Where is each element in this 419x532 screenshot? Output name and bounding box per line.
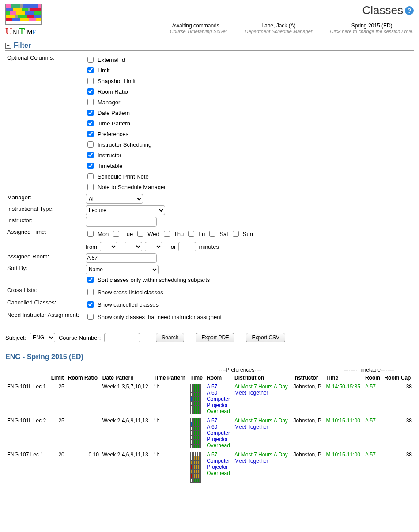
session-info[interactable]: Spring 2015 (ED) Click here to change th…	[330, 23, 414, 34]
room-pref[interactable]: A 60	[207, 390, 231, 396]
col-tt-time[interactable]: Time	[324, 374, 363, 382]
time-pref-cell[interactable]	[189, 416, 205, 450]
class-cell[interactable]: ENG 101L Lec 1	[5, 382, 49, 416]
table-row[interactable]: ENG 107 Lec 1 20 0.10 Week 2,4,6,9,11,13…	[5, 450, 414, 484]
minutes-input[interactable]	[178, 242, 196, 251]
course-number-input[interactable]	[104, 333, 140, 342]
room-pref[interactable]: Computer	[207, 430, 231, 436]
table-row[interactable]: ENG 101L Lec 2 25 Week 2,4,6,9,11,13 1h …	[5, 416, 414, 450]
col-room-cap[interactable]: Room Cap	[382, 374, 414, 382]
dist-pref[interactable]: Meet Together	[234, 424, 290, 430]
user-info[interactable]: Lane, Jack (A) Department Schedule Manag…	[245, 23, 313, 34]
room-pref[interactable]: Overhead	[207, 442, 231, 448]
need-instr-checkbox[interactable]	[87, 314, 94, 320]
col-instructor[interactable]: Instructor	[291, 374, 324, 382]
day-fri-checkbox[interactable]	[188, 231, 194, 237]
tt-room-cell[interactable]: A 57	[363, 450, 383, 484]
room-pref[interactable]: Computer	[207, 396, 231, 402]
optcol-6-label: Time Pattern	[98, 120, 130, 127]
day-mon-checkbox[interactable]	[87, 231, 94, 237]
solver-status[interactable]: Awaiting commands ... Course Timetabling…	[170, 23, 227, 34]
optcol-1-checkbox[interactable]	[87, 67, 94, 73]
instructor-cell[interactable]: Johnston, P	[291, 382, 324, 416]
dist-pref[interactable]: At Most 7 Hours A Day	[234, 452, 290, 458]
export-csv-button[interactable]: Export CSV	[246, 333, 285, 342]
itype-select[interactable]: Lecture	[86, 205, 165, 215]
sort-by-select[interactable]: Name	[86, 265, 159, 274]
instructor-cell[interactable]: Johnston, P	[291, 450, 324, 484]
day-thu-checkbox[interactable]	[164, 231, 170, 237]
col-limit[interactable]: Limit	[49, 374, 66, 382]
class-cell[interactable]: ENG 101L Lec 2	[5, 416, 49, 450]
cancelled-checkbox[interactable]	[87, 301, 94, 308]
sort-within-checkbox[interactable]	[87, 277, 94, 283]
dist-pref[interactable]: Meet Together	[234, 458, 290, 464]
room-pref[interactable]: Overhead	[207, 408, 231, 414]
time-pref-cell[interactable]	[189, 450, 205, 484]
assigned-room-input[interactable]	[86, 253, 157, 263]
room-pref[interactable]: A 60	[207, 424, 231, 430]
day-sat-checkbox[interactable]	[209, 231, 215, 237]
class-cell[interactable]: ENG 107 Lec 1	[5, 450, 49, 484]
col-time[interactable]: Time	[189, 374, 205, 382]
optcol-0-checkbox[interactable]	[87, 57, 94, 63]
optcol-2-checkbox[interactable]	[87, 78, 94, 84]
room-pref[interactable]: Projector	[207, 464, 231, 470]
day-sun-checkbox[interactable]	[233, 231, 239, 237]
tt-time-cell[interactable]: M 10:15-11:00	[324, 450, 363, 484]
cross-lists-checkbox[interactable]	[87, 289, 94, 295]
optcol-8-checkbox[interactable]	[87, 141, 94, 148]
col-room-ratio[interactable]: Room Ratio	[66, 374, 101, 382]
tt-room-cell[interactable]: A 57	[363, 382, 383, 416]
logo[interactable]: UNITIME	[5, 4, 45, 37]
from-ampm-select[interactable]	[145, 242, 162, 251]
help-icon[interactable]: ?	[405, 6, 414, 15]
optcol-12-checkbox[interactable]	[87, 184, 94, 190]
col-time-pattern[interactable]: Time Pattern	[152, 374, 189, 382]
instructor-input[interactable]	[86, 217, 157, 227]
room-pref[interactable]: A 57	[207, 384, 231, 390]
day-tue-checkbox[interactable]	[113, 231, 119, 237]
optcol-10-checkbox[interactable]	[87, 163, 94, 169]
search-button[interactable]: Search	[156, 333, 184, 342]
optcol-11-checkbox[interactable]	[87, 173, 94, 179]
tt-time-cell[interactable]: M 10:15-11:00	[324, 416, 363, 450]
tt-room-cell[interactable]: A 57	[363, 416, 383, 450]
from-hour-select[interactable]	[100, 242, 117, 251]
optcol-3-checkbox[interactable]	[87, 88, 94, 95]
sort-within-label[interactable]: Sort classes only within scheduling subp…	[98, 277, 210, 283]
instructor-cell[interactable]: Johnston, P	[291, 416, 324, 450]
subject-select[interactable]: ENG	[30, 333, 55, 342]
optcol-6-checkbox[interactable]	[87, 120, 94, 126]
optcol-7-checkbox[interactable]	[87, 131, 94, 137]
col-room[interactable]: Room	[205, 374, 233, 382]
optcol-11-label: Schedule Print Note	[98, 173, 149, 180]
optcol-4-checkbox[interactable]	[87, 99, 94, 105]
collapse-icon[interactable]: −	[5, 43, 11, 49]
need-instr-text[interactable]: Show only classes that need instructor a…	[98, 314, 222, 320]
dist-pref[interactable]: At Most 7 Hours A Day	[234, 384, 290, 390]
optcol-5-checkbox[interactable]	[87, 110, 94, 116]
optcol-9-checkbox[interactable]	[87, 152, 94, 158]
room-pref[interactable]: Projector	[207, 436, 231, 442]
col-distribution[interactable]: Distribution	[233, 374, 291, 382]
table-row[interactable]: ENG 101L Lec 1 25 Week 1,3,5,7,10,12 1h …	[5, 382, 414, 416]
room-pref[interactable]: A 57	[207, 452, 231, 458]
from-min-select[interactable]	[125, 242, 142, 251]
export-pdf-button[interactable]: Export PDF	[196, 333, 234, 342]
manager-select[interactable]: All	[86, 194, 143, 204]
cancelled-text[interactable]: Show cancelled classes	[98, 301, 159, 308]
room-pref[interactable]: A 57	[207, 418, 231, 424]
tt-time-cell[interactable]: M 14:50-15:35	[324, 382, 363, 416]
dist-pref[interactable]: Meet Together	[234, 390, 290, 396]
time-pref-cell[interactable]	[189, 382, 205, 416]
cross-lists-text[interactable]: Show cross-listed classes	[98, 289, 163, 296]
col-tt-room[interactable]: Room	[363, 374, 383, 382]
room-pref[interactable]: Overhead	[207, 470, 231, 476]
col-class[interactable]	[5, 374, 49, 382]
room-pref[interactable]: Computer	[207, 458, 231, 464]
day-wed-checkbox[interactable]	[137, 231, 143, 237]
dist-pref[interactable]: At Most 7 Hours A Day	[234, 418, 290, 424]
col-date-pattern[interactable]: Date Pattern	[101, 374, 152, 382]
room-pref[interactable]: Projector	[207, 402, 231, 408]
